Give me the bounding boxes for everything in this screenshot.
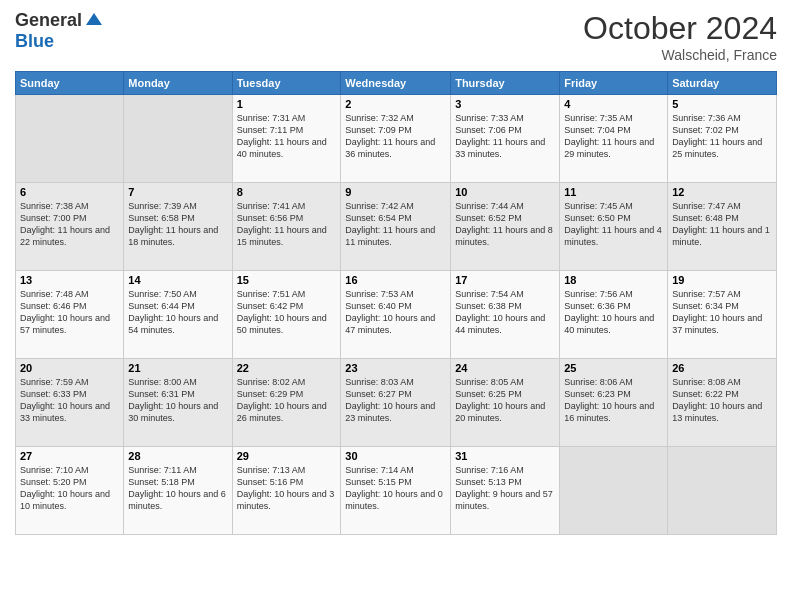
calendar-cell: 31Sunrise: 7:16 AMSunset: 5:13 PMDayligh… [451,447,560,535]
day-number: 15 [237,274,337,286]
calendar-week-row: 27Sunrise: 7:10 AMSunset: 5:20 PMDayligh… [16,447,777,535]
day-info: Sunrise: 8:08 AMSunset: 6:22 PMDaylight:… [672,376,772,425]
header-wednesday: Wednesday [341,72,451,95]
calendar-header-row: SundayMondayTuesdayWednesdayThursdayFrid… [16,72,777,95]
calendar-cell: 22Sunrise: 8:02 AMSunset: 6:29 PMDayligh… [232,359,341,447]
day-number: 23 [345,362,446,374]
day-info: Sunrise: 7:56 AMSunset: 6:36 PMDaylight:… [564,288,663,337]
calendar-cell: 26Sunrise: 8:08 AMSunset: 6:22 PMDayligh… [668,359,777,447]
day-number: 9 [345,186,446,198]
calendar-cell: 13Sunrise: 7:48 AMSunset: 6:46 PMDayligh… [16,271,124,359]
day-info: Sunrise: 7:16 AMSunset: 5:13 PMDaylight:… [455,464,555,513]
day-info: Sunrise: 7:31 AMSunset: 7:11 PMDaylight:… [237,112,337,161]
location-subtitle: Walscheid, France [583,47,777,63]
day-info: Sunrise: 7:53 AMSunset: 6:40 PMDaylight:… [345,288,446,337]
header-saturday: Saturday [668,72,777,95]
calendar-cell: 8Sunrise: 7:41 AMSunset: 6:56 PMDaylight… [232,183,341,271]
day-number: 31 [455,450,555,462]
day-number: 10 [455,186,555,198]
title-block: October 2024 Walscheid, France [583,10,777,63]
svg-marker-0 [86,13,102,25]
day-info: Sunrise: 8:03 AMSunset: 6:27 PMDaylight:… [345,376,446,425]
calendar-cell: 28Sunrise: 7:11 AMSunset: 5:18 PMDayligh… [124,447,232,535]
calendar-cell: 9Sunrise: 7:42 AMSunset: 6:54 PMDaylight… [341,183,451,271]
day-info: Sunrise: 7:51 AMSunset: 6:42 PMDaylight:… [237,288,337,337]
calendar-cell: 3Sunrise: 7:33 AMSunset: 7:06 PMDaylight… [451,95,560,183]
day-number: 29 [237,450,337,462]
day-info: Sunrise: 7:13 AMSunset: 5:16 PMDaylight:… [237,464,337,513]
calendar-cell: 5Sunrise: 7:36 AMSunset: 7:02 PMDaylight… [668,95,777,183]
day-number: 3 [455,98,555,110]
calendar-week-row: 6Sunrise: 7:38 AMSunset: 7:00 PMDaylight… [16,183,777,271]
day-number: 20 [20,362,119,374]
day-number: 8 [237,186,337,198]
calendar-cell: 16Sunrise: 7:53 AMSunset: 6:40 PMDayligh… [341,271,451,359]
day-info: Sunrise: 7:42 AMSunset: 6:54 PMDaylight:… [345,200,446,249]
header-sunday: Sunday [16,72,124,95]
month-title: October 2024 [583,10,777,47]
calendar-page: General Blue October 2024 Walscheid, Fra… [0,0,792,612]
calendar-cell: 27Sunrise: 7:10 AMSunset: 5:20 PMDayligh… [16,447,124,535]
calendar-cell: 29Sunrise: 7:13 AMSunset: 5:16 PMDayligh… [232,447,341,535]
calendar-cell: 6Sunrise: 7:38 AMSunset: 7:00 PMDaylight… [16,183,124,271]
day-info: Sunrise: 7:45 AMSunset: 6:50 PMDaylight:… [564,200,663,249]
day-number: 1 [237,98,337,110]
calendar-cell: 14Sunrise: 7:50 AMSunset: 6:44 PMDayligh… [124,271,232,359]
calendar-cell: 17Sunrise: 7:54 AMSunset: 6:38 PMDayligh… [451,271,560,359]
day-info: Sunrise: 7:48 AMSunset: 6:46 PMDaylight:… [20,288,119,337]
day-info: Sunrise: 7:44 AMSunset: 6:52 PMDaylight:… [455,200,555,249]
day-number: 22 [237,362,337,374]
day-number: 25 [564,362,663,374]
day-number: 4 [564,98,663,110]
day-number: 7 [128,186,227,198]
day-info: Sunrise: 7:14 AMSunset: 5:15 PMDaylight:… [345,464,446,513]
day-number: 30 [345,450,446,462]
calendar-cell: 19Sunrise: 7:57 AMSunset: 6:34 PMDayligh… [668,271,777,359]
day-number: 2 [345,98,446,110]
calendar-cell: 7Sunrise: 7:39 AMSunset: 6:58 PMDaylight… [124,183,232,271]
calendar-cell: 4Sunrise: 7:35 AMSunset: 7:04 PMDaylight… [560,95,668,183]
calendar-cell: 24Sunrise: 8:05 AMSunset: 6:25 PMDayligh… [451,359,560,447]
header: General Blue October 2024 Walscheid, Fra… [15,10,777,63]
day-info: Sunrise: 7:57 AMSunset: 6:34 PMDaylight:… [672,288,772,337]
day-number: 27 [20,450,119,462]
calendar-cell [16,95,124,183]
header-tuesday: Tuesday [232,72,341,95]
day-info: Sunrise: 8:06 AMSunset: 6:23 PMDaylight:… [564,376,663,425]
logo-general-text: General [15,10,82,31]
day-info: Sunrise: 7:33 AMSunset: 7:06 PMDaylight:… [455,112,555,161]
calendar-cell: 15Sunrise: 7:51 AMSunset: 6:42 PMDayligh… [232,271,341,359]
day-info: Sunrise: 7:10 AMSunset: 5:20 PMDaylight:… [20,464,119,513]
day-info: Sunrise: 7:59 AMSunset: 6:33 PMDaylight:… [20,376,119,425]
day-info: Sunrise: 8:05 AMSunset: 6:25 PMDaylight:… [455,376,555,425]
day-info: Sunrise: 7:32 AMSunset: 7:09 PMDaylight:… [345,112,446,161]
day-number: 11 [564,186,663,198]
calendar-week-row: 20Sunrise: 7:59 AMSunset: 6:33 PMDayligh… [16,359,777,447]
day-info: Sunrise: 7:35 AMSunset: 7:04 PMDaylight:… [564,112,663,161]
day-number: 5 [672,98,772,110]
logo: General Blue [15,10,104,52]
calendar-cell: 23Sunrise: 8:03 AMSunset: 6:27 PMDayligh… [341,359,451,447]
calendar-cell: 2Sunrise: 7:32 AMSunset: 7:09 PMDaylight… [341,95,451,183]
calendar-cell: 20Sunrise: 7:59 AMSunset: 6:33 PMDayligh… [16,359,124,447]
calendar-cell: 10Sunrise: 7:44 AMSunset: 6:52 PMDayligh… [451,183,560,271]
day-info: Sunrise: 7:11 AMSunset: 5:18 PMDaylight:… [128,464,227,513]
day-info: Sunrise: 7:54 AMSunset: 6:38 PMDaylight:… [455,288,555,337]
header-monday: Monday [124,72,232,95]
day-number: 14 [128,274,227,286]
calendar-week-row: 13Sunrise: 7:48 AMSunset: 6:46 PMDayligh… [16,271,777,359]
logo-blue-text: Blue [15,31,54,52]
calendar-cell: 18Sunrise: 7:56 AMSunset: 6:36 PMDayligh… [560,271,668,359]
day-number: 13 [20,274,119,286]
calendar-week-row: 1Sunrise: 7:31 AMSunset: 7:11 PMDaylight… [16,95,777,183]
day-number: 18 [564,274,663,286]
calendar-table: SundayMondayTuesdayWednesdayThursdayFrid… [15,71,777,535]
calendar-cell: 25Sunrise: 8:06 AMSunset: 6:23 PMDayligh… [560,359,668,447]
logo-icon [84,11,104,31]
calendar-cell [124,95,232,183]
day-info: Sunrise: 7:47 AMSunset: 6:48 PMDaylight:… [672,200,772,249]
day-number: 21 [128,362,227,374]
day-info: Sunrise: 8:00 AMSunset: 6:31 PMDaylight:… [128,376,227,425]
day-number: 17 [455,274,555,286]
day-info: Sunrise: 7:39 AMSunset: 6:58 PMDaylight:… [128,200,227,249]
